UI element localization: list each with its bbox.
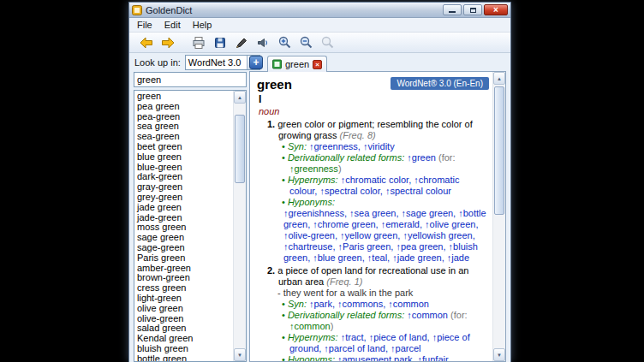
arrow-down-icon: ▼ — [237, 353, 242, 358]
back-icon — [139, 35, 154, 50]
save-button[interactable] — [212, 34, 229, 51]
desktop: GoldenDict × File Edit Help — [0, 0, 644, 362]
bullet-icon: • — [282, 141, 288, 151]
goldendict-window: GoldenDict × File Edit Help — [128, 2, 511, 362]
edit-button[interactable] — [233, 34, 250, 51]
article-text: I — [259, 93, 261, 105]
word-list-item[interactable]: grey-green — [134, 193, 233, 203]
article-link[interactable]: ↑greenishness, ↑sea green, ↑sage green, … — [283, 208, 486, 263]
article-body: Inoun1. green color or pigment; resembli… — [257, 94, 489, 361]
minimize-icon — [449, 11, 456, 13]
scroll-down-button[interactable]: ▼ — [234, 348, 246, 361]
combobox-value: WordNet 3.0 — [186, 57, 247, 68]
menu-bar: File Edit Help — [129, 18, 510, 33]
tab-close-button[interactable]: × — [313, 60, 322, 69]
book-icon — [272, 59, 282, 69]
word-list-item[interactable]: sage-green — [134, 243, 233, 253]
print-button[interactable] — [190, 34, 207, 51]
article-link[interactable]: ↑green — [407, 152, 436, 163]
article-link[interactable]: ↑common — [407, 310, 448, 320]
article-text: noun — [259, 106, 279, 116]
tab-bar: + green × — [249, 56, 327, 71]
zoom-out-button[interactable] — [297, 34, 314, 51]
dictionary-badge[interactable]: WordNet® 3.0 (En-En) — [391, 77, 489, 90]
article-line: • Syn: ↑park, ↑commons, ↑common — [257, 299, 489, 310]
lookup-row: Look up in: WordNet 3.0 ▼ + green × — [129, 53, 510, 71]
tab-green[interactable]: green × — [267, 56, 327, 72]
back-button[interactable] — [138, 34, 155, 51]
forward-icon — [160, 35, 176, 50]
arrow-down-icon: ▼ — [497, 353, 502, 358]
forward-button[interactable] — [159, 34, 176, 51]
title-bar[interactable]: GoldenDict × — [129, 3, 510, 18]
close-icon: × — [315, 61, 319, 68]
word-list-item[interactable]: Paris green — [134, 253, 233, 264]
article-link[interactable]: ↑greenness, ↑viridity — [309, 141, 395, 151]
maximize-button[interactable] — [463, 4, 482, 15]
article-line: 2. a piece of open land for recreational… — [257, 265, 489, 288]
menu-edit[interactable]: Edit — [158, 19, 187, 31]
scroll-down-button[interactable]: ▼ — [493, 348, 505, 361]
article-text: Syn: — [288, 299, 309, 309]
search-input[interactable] — [134, 72, 247, 87]
article-link[interactable]: ↑common — [289, 321, 331, 331]
article-text: (Freq. 8) — [340, 130, 376, 140]
new-tab-button[interactable]: + — [249, 56, 263, 69]
article-line: I — [259, 94, 489, 105]
menu-help[interactable]: Help — [187, 19, 218, 31]
tab-label: green — [285, 59, 309, 69]
word-list-item[interactable]: beet green — [134, 142, 233, 152]
plus-icon: + — [253, 56, 259, 68]
word-list-item[interactable]: pea green — [134, 102, 233, 112]
scrollbar-thumb[interactable] — [235, 115, 245, 183]
bullet-icon: • — [282, 299, 288, 309]
menu-file[interactable]: File — [131, 19, 158, 31]
bullet-icon: • — [282, 332, 288, 342]
pronounce-button[interactable] — [254, 34, 271, 51]
article-text: 1. — [267, 119, 277, 129]
word-list-item[interactable]: jade green — [134, 203, 233, 213]
article-line: • Hyponyms: — [257, 197, 489, 208]
print-icon — [192, 36, 206, 50]
scrollbar-thumb[interactable] — [494, 86, 504, 215]
word-list-item[interactable]: olive green — [134, 304, 233, 314]
close-button[interactable]: × — [484, 4, 508, 15]
article-text: ) — [338, 163, 342, 174]
minimize-button[interactable] — [443, 4, 462, 15]
word-list-item[interactable]: light-green — [134, 294, 233, 304]
article-text: Hyponyms: — [288, 197, 335, 207]
article-text: Derivationally related forms: — [288, 310, 407, 320]
zoom-original-button[interactable] — [319, 34, 336, 51]
word-list-item[interactable]: bluish green — [134, 344, 233, 354]
word-list-item[interactable]: blue green — [134, 152, 233, 163]
article-text: Hyponyms: — [288, 354, 337, 361]
speaker-icon — [256, 36, 270, 50]
article-line: • Hyponyms: ↑amusement park, ↑funfair, ↑… — [257, 354, 489, 361]
bullet-icon: • — [282, 310, 288, 320]
bullet-icon: • — [282, 152, 288, 163]
save-icon — [213, 36, 227, 50]
article-line: • Derivationally related forms: ↑common … — [257, 310, 489, 332]
close-icon: × — [493, 6, 498, 15]
article-link[interactable]: ↑greenness — [289, 163, 338, 174]
zoom-in-button[interactable] — [276, 34, 293, 51]
wordlist-scrollbar[interactable]: ▲ ▼ — [233, 91, 246, 361]
word-list-item[interactable]: bottle green — [134, 354, 233, 361]
scroll-up-button[interactable]: ▲ — [234, 91, 246, 104]
article-line: • Derivationally related forms: ↑green (… — [257, 152, 489, 175]
window-title: GoldenDict — [146, 5, 443, 15]
word-list-panel: greenpea greenpea-greensea greensea-gree… — [134, 71, 247, 362]
bullet-icon: • — [282, 175, 288, 185]
headword: green — [257, 77, 292, 92]
zoom-in-icon — [277, 35, 292, 50]
article-line: • Syn: ↑greenness, ↑viridity — [257, 141, 489, 152]
article-text: Derivationally related forms: — [288, 152, 407, 163]
scroll-up-button[interactable]: ▲ — [493, 72, 505, 85]
article-text: Hypernyms: — [288, 175, 341, 185]
article-scrollbar[interactable]: ▲ ▼ — [492, 72, 505, 361]
article-line: • Hypernyms: ↑chromatic color, ↑chromati… — [257, 175, 489, 197]
article-link[interactable]: ↑park, ↑commons, ↑common — [309, 299, 429, 309]
bullet-icon: • — [282, 354, 288, 361]
article-line: • Hypernyms: ↑tract, ↑piece of land, ↑pi… — [257, 332, 489, 354]
article-text: ) — [331, 321, 334, 331]
